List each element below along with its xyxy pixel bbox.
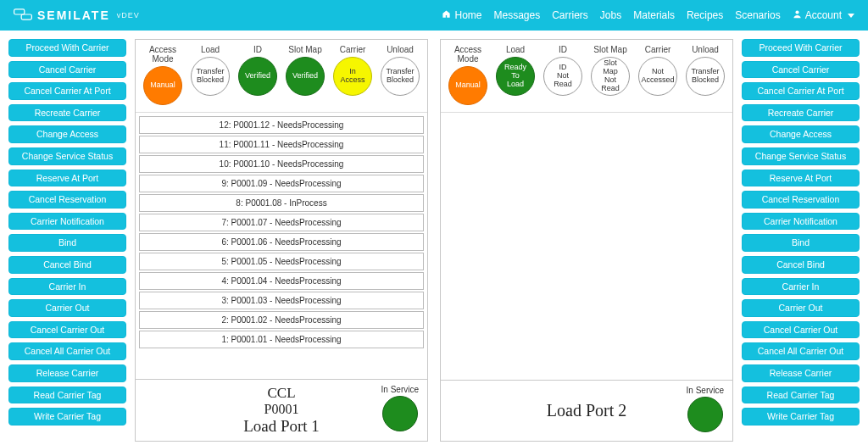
nav-home[interactable]: Home <box>442 9 481 21</box>
port1-status-circle-3[interactable]: Verified <box>286 57 325 96</box>
port1-status-circle-0[interactable]: Manual <box>143 66 182 105</box>
status-header-label: Load <box>201 45 220 54</box>
port2-service-dot <box>687 397 723 432</box>
side-btn-proceed-with-carrier[interactable]: Proceed With Carrier <box>8 39 126 57</box>
port2-status-access-mode: Access ModeManual <box>444 45 492 105</box>
port1-status-circle-2[interactable]: Verified <box>238 57 277 96</box>
side-btn-bind[interactable]: Bind <box>742 234 860 252</box>
status-header-label: Unload <box>692 45 719 54</box>
port1-service: In Service <box>381 385 419 431</box>
side-btn-recreate-carrier[interactable]: Recreate Carrier <box>8 104 126 122</box>
brand[interactable]: SEMILATE vDEV <box>14 8 140 24</box>
port1-status-circle-5[interactable]: TransferBlocked <box>381 57 420 96</box>
center-area: Access ModeManualLoadTransferBlockedIDVe… <box>135 39 733 442</box>
port2-footer-single: Load Port 2 <box>449 389 724 432</box>
port2-status-circle-1[interactable]: ReadyToLoad <box>496 57 535 96</box>
side-btn-bind[interactable]: Bind <box>8 234 126 252</box>
left-sidebar: Proceed With CarrierCancel CarrierCancel… <box>8 39 126 442</box>
port2-status-circle-4[interactable]: NotAccessed <box>638 57 677 96</box>
side-btn-change-access[interactable]: Change Access <box>8 125 126 143</box>
port1-status-carrier: CarrierInAccess <box>329 45 376 105</box>
port1-slot-row[interactable]: 11: P0001.11 - NeedsProcessing <box>139 136 424 153</box>
port1-status-unload: UnloadTransferBlocked <box>376 45 424 105</box>
side-btn-cancel-bind[interactable]: Cancel Bind <box>742 256 860 274</box>
side-btn-recreate-carrier[interactable]: Recreate Carrier <box>742 104 860 122</box>
port1-service-label: In Service <box>381 385 419 394</box>
nav-carriers[interactable]: Carriers <box>552 9 588 21</box>
side-btn-release-carrier[interactable]: Release Carrier <box>742 364 860 382</box>
port2-status-carrier: CarrierNotAccessed <box>634 45 682 105</box>
side-btn-cancel-carrier-at-port[interactable]: Cancel Carrier At Port <box>742 82 860 100</box>
port1-slot-row[interactable]: 10: P0001.10 - NeedsProcessing <box>139 155 424 173</box>
status-header-label: Slot Map <box>288 45 321 54</box>
user-icon <box>793 9 802 21</box>
port1-status-circle-4[interactable]: InAccess <box>333 57 372 96</box>
status-header-label: ID <box>559 45 567 54</box>
side-btn-release-carrier[interactable]: Release Carrier <box>8 364 126 382</box>
port1-status-access-mode: Access ModeManual <box>139 45 186 105</box>
port2-slot-list <box>441 113 732 380</box>
svg-rect-1 <box>21 14 31 19</box>
port1-slot-row[interactable]: 7: P0001.07 - NeedsProcessing <box>139 214 424 231</box>
side-btn-carrier-out[interactable]: Carrier Out <box>742 299 860 317</box>
side-btn-cancel-reservation[interactable]: Cancel Reservation <box>8 191 126 209</box>
nav-messages[interactable]: Messages <box>493 9 540 21</box>
side-btn-carrier-in[interactable]: Carrier In <box>742 278 860 296</box>
port1-footer-line1: CCL <box>144 385 419 402</box>
side-btn-cancel-carrier-at-port[interactable]: Cancel Carrier At Port <box>8 82 126 100</box>
nav-materials[interactable]: Materials <box>633 9 675 21</box>
port1-slot-row[interactable]: 5: P0001.05 - NeedsProcessing <box>139 253 424 270</box>
side-btn-reserve-at-port[interactable]: Reserve At Port <box>742 170 860 187</box>
side-btn-change-service-status[interactable]: Change Service Status <box>8 147 126 165</box>
status-header-label: Slot Map <box>593 45 626 54</box>
port1-slot-row[interactable]: 6: P0001.06 - NeedsProcessing <box>139 233 424 251</box>
side-btn-carrier-notification[interactable]: Carrier Notification <box>8 213 126 231</box>
chevron-down-icon <box>848 14 854 18</box>
side-btn-proceed-with-carrier[interactable]: Proceed With Carrier <box>742 39 860 57</box>
port1-status-load: LoadTransferBlocked <box>186 45 234 105</box>
side-btn-cancel-carrier-out[interactable]: Cancel Carrier Out <box>742 321 860 339</box>
port2-status-circle-5[interactable]: TransferBlocked <box>686 57 725 96</box>
port1-slot-row[interactable]: 4: P0001.04 - NeedsProcessing <box>139 272 424 290</box>
page-body: Proceed With CarrierCancel CarrierCancel… <box>0 31 868 445</box>
port2-status-circle-0[interactable]: Manual <box>448 66 487 105</box>
port2-status-slot-map: Slot MapSlotMapNotRead <box>587 45 634 105</box>
port1-slot-row[interactable]: 9: P0001.09 - NeedsProcessing <box>139 175 424 192</box>
side-btn-cancel-bind[interactable]: Cancel Bind <box>8 256 126 274</box>
side-btn-carrier-out[interactable]: Carrier Out <box>8 299 126 317</box>
nav-recipes[interactable]: Recipes <box>687 9 723 21</box>
side-btn-carrier-notification[interactable]: Carrier Notification <box>742 213 860 231</box>
port1-slot-row[interactable]: 3: P0001.03 - NeedsProcessing <box>139 292 424 309</box>
side-btn-cancel-carrier[interactable]: Cancel Carrier <box>742 61 860 79</box>
port2-status-circle-3[interactable]: SlotMapNotRead <box>591 57 630 96</box>
nav-jobs[interactable]: Jobs <box>600 9 621 21</box>
port1-slot-row[interactable]: 1: P0001.01 - NeedsProcessing <box>139 331 424 348</box>
side-btn-read-carrier-tag[interactable]: Read Carrier Tag <box>742 387 860 404</box>
brand-logo-icon <box>14 8 32 24</box>
side-btn-cancel-reservation[interactable]: Cancel Reservation <box>742 191 860 209</box>
side-btn-cancel-all-carrier-out[interactable]: Cancel All Carrier Out <box>742 342 860 360</box>
port2-status-row: Access ModeManualLoadReadyToLoadIDIDNotR… <box>441 40 732 113</box>
side-btn-carrier-in[interactable]: Carrier In <box>8 278 126 296</box>
side-btn-change-access[interactable]: Change Access <box>742 125 860 143</box>
home-icon <box>442 9 451 21</box>
port1-status-circle-1[interactable]: TransferBlocked <box>191 57 230 96</box>
port1-slot-row[interactable]: 2: P0001.02 - NeedsProcessing <box>139 311 424 329</box>
nav-scenarios[interactable]: Scenarios <box>735 9 780 21</box>
side-btn-cancel-carrier-out[interactable]: Cancel Carrier Out <box>8 321 126 339</box>
port1-status-row: Access ModeManualLoadTransferBlockedIDVe… <box>136 40 427 113</box>
side-btn-reserve-at-port[interactable]: Reserve At Port <box>8 170 126 187</box>
side-btn-read-carrier-tag[interactable]: Read Carrier Tag <box>8 387 126 404</box>
port2-status-circle-2[interactable]: IDNotRead <box>543 57 582 96</box>
side-btn-cancel-carrier[interactable]: Cancel Carrier <box>8 61 126 79</box>
status-header-label: Carrier <box>645 45 671 54</box>
port1-slot-row[interactable]: 12: P0001.12 - NeedsProcessing <box>139 116 424 134</box>
side-btn-change-service-status[interactable]: Change Service Status <box>742 147 860 165</box>
side-btn-cancel-all-carrier-out[interactable]: Cancel All Carrier Out <box>8 342 126 360</box>
brand-tag: vDEV <box>117 11 140 19</box>
nav-account[interactable]: Account <box>793 9 854 21</box>
port1-slot-row[interactable]: 8: P0001.08 - InProcess <box>139 194 424 212</box>
side-btn-write-carrier-tag[interactable]: Write Carrier Tag <box>742 408 860 426</box>
side-btn-write-carrier-tag[interactable]: Write Carrier Tag <box>8 408 126 426</box>
status-header-label: Access Mode <box>444 45 492 64</box>
